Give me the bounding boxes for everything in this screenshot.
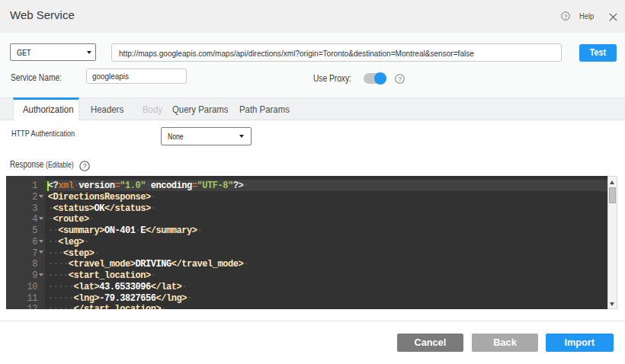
- svg-text:?: ?: [564, 13, 568, 20]
- svg-text:?: ?: [82, 162, 86, 170]
- svg-text:?: ?: [398, 75, 402, 82]
